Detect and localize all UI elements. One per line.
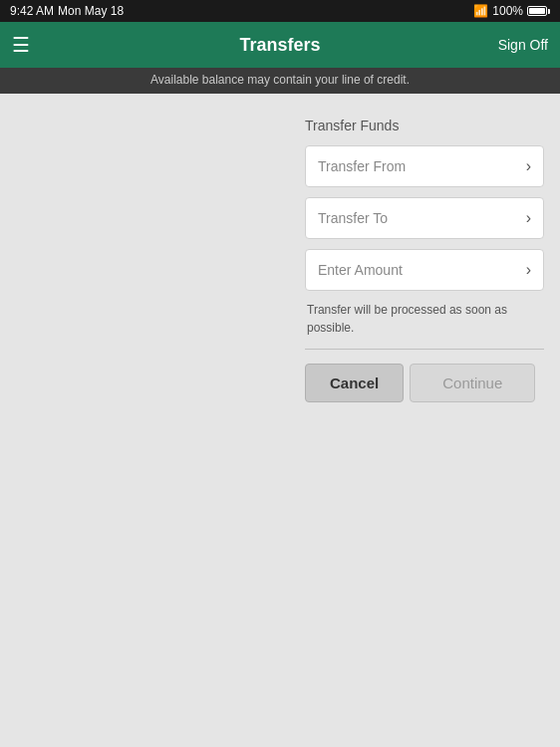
nav-bar: ☰ Transfers Sign Off: [0, 22, 560, 68]
section-title: Transfer Funds: [305, 118, 544, 133]
transfer-to-chevron: ›: [526, 209, 531, 227]
notice-bar-text: Available balance may contain your line …: [150, 73, 410, 87]
status-bar-right: 📶 100%: [473, 4, 550, 18]
nav-bar-title: Transfers: [239, 35, 320, 56]
right-panel: Transfer Funds Transfer From › Transfer …: [289, 94, 560, 745]
main-content: Transfer Funds Transfer From › Transfer …: [0, 94, 560, 745]
battery-icon: [527, 6, 550, 16]
enter-amount-field[interactable]: Enter Amount ›: [305, 249, 544, 291]
transfer-from-chevron: ›: [526, 157, 531, 175]
sign-off-button[interactable]: Sign Off: [498, 37, 548, 53]
notice-bar: Available balance may contain your line …: [0, 68, 560, 94]
left-panel: [0, 94, 289, 745]
status-day: Mon May 18: [58, 4, 124, 18]
transfer-to-field[interactable]: Transfer To ›: [305, 197, 544, 239]
transfer-from-label: Transfer From: [318, 158, 406, 174]
enter-amount-label: Enter Amount: [318, 262, 403, 278]
battery-percent: 100%: [492, 4, 523, 18]
transfer-to-label: Transfer To: [318, 210, 388, 226]
wifi-icon: 📶: [473, 4, 488, 18]
continue-button[interactable]: Continue: [410, 364, 535, 402]
status-bar-left: 9:42 AM Mon May 18: [10, 4, 124, 18]
nav-bar-left[interactable]: ☰: [12, 33, 30, 57]
divider: [305, 349, 544, 350]
menu-icon[interactable]: ☰: [12, 34, 30, 56]
button-row: Cancel Continue: [305, 364, 544, 402]
transfer-from-field[interactable]: Transfer From ›: [305, 145, 544, 187]
enter-amount-chevron: ›: [526, 261, 531, 279]
status-bar: 9:42 AM Mon May 18 📶 100%: [0, 0, 560, 22]
nav-bar-right[interactable]: Sign Off: [498, 36, 548, 54]
transfer-notice-text: Transfer will be processed as soon as po…: [307, 301, 544, 337]
cancel-button[interactable]: Cancel: [305, 364, 404, 402]
status-time: 9:42 AM: [10, 4, 54, 18]
